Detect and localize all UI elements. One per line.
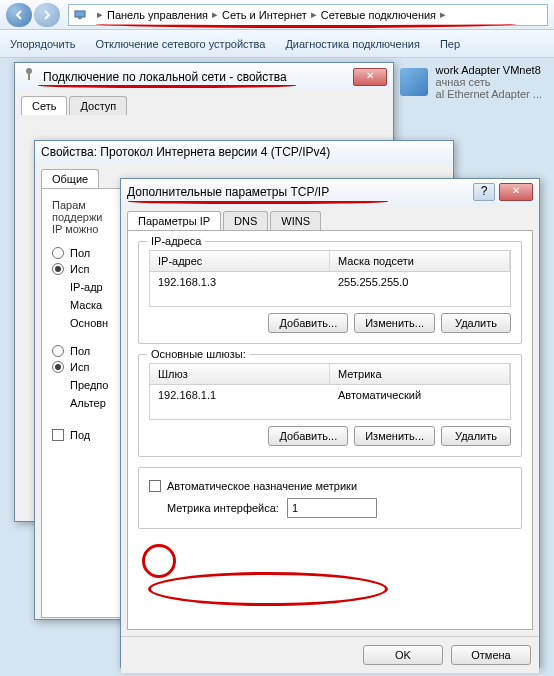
breadcrumb[interactable]: ▸Панель управления ▸Сеть и Интернет ▸Сет… [68,4,548,26]
check-auto-metric[interactable]: Автоматическое назначение метрики [149,480,511,492]
toolbar-diagnose[interactable]: Диагностика подключения [285,38,419,50]
tab-wins[interactable]: WINS [270,211,321,230]
group-gw-label: Основные шлюзы: [147,348,250,360]
tab-ip-settings[interactable]: Параметры IP [127,211,221,230]
window-advanced-tcpip: Дополнительные параметры TCP/IP ? ✕ Пара… [120,178,540,668]
toolbar-disable[interactable]: Отключение сетевого устройства [95,38,265,50]
close-button[interactable]: ✕ [499,183,533,201]
tab-dns[interactable]: DNS [223,211,268,230]
label-interface-metric: Метрика интерфейса: [167,502,279,514]
cell-ip: 192.168.1.3 [150,272,330,292]
group-ip-addresses: IP-адреса IP-адрес Маска подсети 192.168… [138,241,522,344]
gateway-table[interactable]: Шлюз Метрика 192.168.1.1 Автоматический [149,363,511,420]
ip-address-table[interactable]: IP-адрес Маска подсети 192.168.1.3 255.2… [149,250,511,307]
svg-rect-1 [78,17,82,19]
cell-mask: 255.255.255.0 [330,272,510,292]
th-ip: IP-адрес [150,251,330,271]
close-button[interactable]: ✕ [353,68,387,86]
phone-icon [21,67,37,86]
edit-ip-button[interactable]: Изменить... [354,313,435,333]
adapter-line2: ачная сеть [436,76,542,88]
svg-rect-0 [75,11,85,17]
network-icon [73,7,87,23]
adapter-name: work Adapter VMnet8 [436,64,542,76]
crumb-0[interactable]: Панель управления [107,9,208,21]
adapter-item[interactable]: work Adapter VMnet8 ачная сеть al Ethern… [392,62,550,102]
crumb-1[interactable]: Сеть и Интернет [222,9,307,21]
ok-button[interactable]: OK [363,645,443,665]
window2-title: Свойства: Протокол Интернета версии 4 (T… [41,145,447,159]
window1-title: Подключение по локальной сети - свойства [43,70,353,84]
delete-gw-button[interactable]: Удалить [441,426,511,446]
help-button[interactable]: ? [473,183,495,201]
table-row[interactable]: 192.168.1.3 255.255.255.0 [150,272,510,292]
edit-gw-button[interactable]: Изменить... [354,426,435,446]
tab-access[interactable]: Доступ [69,96,127,115]
add-ip-button[interactable]: Добавить... [268,313,348,333]
svg-rect-3 [28,73,30,80]
address-bar: ▸Панель управления ▸Сеть и Интернет ▸Сет… [0,0,554,30]
cancel-button[interactable]: Отмена [451,645,531,665]
toolbar-organize[interactable]: Упорядочить [10,38,75,50]
toolbar: Упорядочить Отключение сетевого устройст… [0,30,554,58]
crumb-2[interactable]: Сетевые подключения [321,9,436,21]
th-metric: Метрика [330,364,510,384]
table-row[interactable]: 192.168.1.1 Автоматический [150,385,510,405]
nav-back-button[interactable] [6,3,32,27]
th-mask: Маска подсети [330,251,510,271]
nav-forward-button[interactable] [34,3,60,27]
group-ip-label: IP-адреса [147,235,205,247]
cell-gw: 192.168.1.1 [150,385,330,405]
tab-general[interactable]: Общие [41,169,99,188]
delete-ip-button[interactable]: Удалить [441,313,511,333]
adapter-line3: al Ethernet Adapter ... [436,88,542,100]
cell-metric: Автоматический [330,385,510,405]
tab-network[interactable]: Сеть [21,96,67,115]
group-metric: Автоматическое назначение метрики Метрик… [138,467,522,529]
interface-metric-input[interactable] [287,498,377,518]
add-gw-button[interactable]: Добавить... [268,426,348,446]
window3-title: Дополнительные параметры TCP/IP [127,185,473,199]
adapter-icon [400,68,428,96]
th-gateway: Шлюз [150,364,330,384]
toolbar-more[interactable]: Пер [440,38,460,50]
group-gateways: Основные шлюзы: Шлюз Метрика 192.168.1.1… [138,354,522,457]
